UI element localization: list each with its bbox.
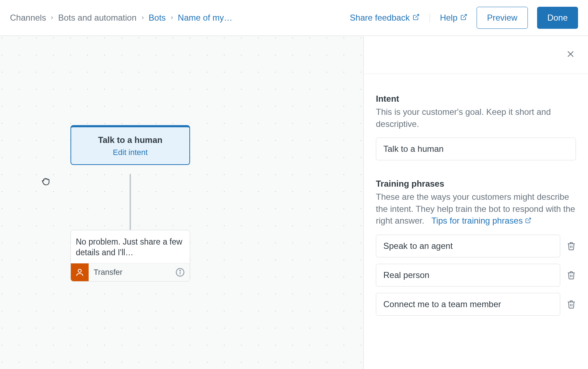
panel-header [364,36,588,74]
transfer-user-icon [71,263,89,281]
chevron-right-icon [49,14,54,22]
svg-line-1 [463,15,467,18]
svg-point-5 [180,270,180,271]
trash-icon[interactable] [567,241,576,251]
svg-line-8 [527,218,530,221]
trash-icon[interactable] [567,271,576,280]
transfer-row: Transfer [71,263,190,281]
phrase-input[interactable] [376,235,560,257]
grab-cursor-icon [41,176,51,188]
side-panel: Intent This is your customer's goal. Kee… [364,36,588,369]
flow-canvas[interactable]: Talk to a human Edit intent No problem. … [0,36,364,369]
edit-intent-link[interactable]: Edit intent [75,148,186,157]
trash-icon[interactable] [567,300,576,309]
breadcrumb-item[interactable]: Channels [10,13,46,23]
node-connector [130,174,131,230]
external-link-icon [460,13,467,23]
transfer-label: Transfer [89,268,175,277]
external-link-icon [413,13,420,23]
close-icon[interactable] [566,49,575,60]
phrase-row [376,235,576,257]
breadcrumb-item[interactable]: Bots [149,13,166,23]
training-section-desc: These are the ways your customers might … [376,191,576,227]
divider [430,13,430,22]
svg-line-0 [415,15,419,18]
intent-node[interactable]: Talk to a human Edit intent [70,125,190,165]
external-link-icon [525,215,531,227]
training-section-title: Training phrases [376,179,576,189]
phrase-row [376,293,576,316]
header-actions: Share feedback Help Preview Done [350,7,578,29]
app-header: Channels Bots and automation Bots Name o… [0,0,588,36]
share-feedback-link[interactable]: Share feedback [350,13,420,23]
breadcrumb-item[interactable]: Bots and automation [58,13,136,23]
phrase-input[interactable] [376,264,560,287]
intent-node-title: Talk to a human [75,135,186,145]
intent-section-title: Intent [376,94,576,104]
chevron-right-icon [169,14,174,22]
main-content: Talk to a human Edit intent No problem. … [0,36,588,369]
breadcrumb: Channels Bots and automation Bots Name o… [10,13,232,23]
panel-body: Intent This is your customer's goal. Kee… [364,74,588,322]
help-link[interactable]: Help [440,13,467,23]
done-button[interactable]: Done [537,7,578,29]
intent-section-desc: This is your customer's goal. Keep it sh… [376,106,576,130]
chevron-right-icon [140,14,145,22]
intent-input[interactable] [376,138,576,160]
phrase-row [376,264,576,287]
response-node[interactable]: No problem. Just share a few details and… [70,230,190,282]
breadcrumb-item-current[interactable]: Name of my… [178,13,232,23]
tips-link[interactable]: Tips for training phrases [431,215,531,227]
info-icon[interactable] [175,268,190,277]
preview-button[interactable]: Preview [477,7,527,29]
phrase-input[interactable] [376,293,560,316]
svg-point-2 [78,269,82,272]
response-text: No problem. Just share a few details and… [71,230,190,263]
